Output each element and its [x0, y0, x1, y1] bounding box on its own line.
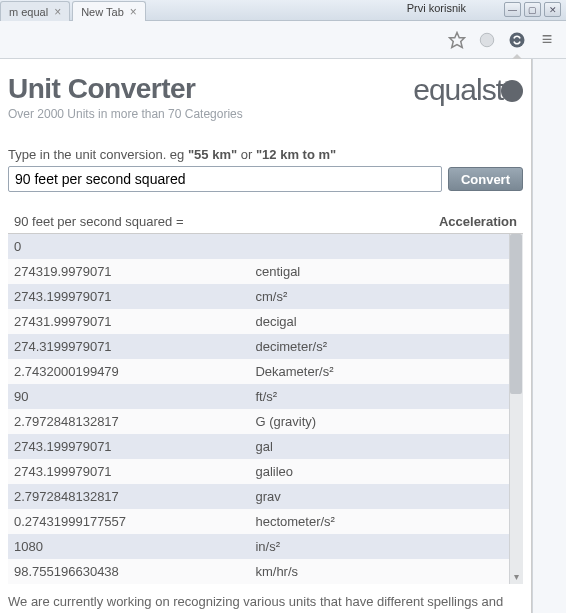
result-row[interactable]: 27431.99979071decigal [8, 309, 523, 334]
result-row[interactable]: 2.7972848132817grav [8, 484, 523, 509]
result-unit [255, 239, 517, 254]
result-row[interactable]: 274.3199979071decimeter/s² [8, 334, 523, 359]
query-echo: 90 feet per second squared = [14, 214, 183, 229]
convert-button[interactable]: Convert [448, 167, 523, 191]
result-row[interactable]: 0.27431999177557hectometer/s² [8, 509, 523, 534]
results-list[interactable]: 0274319.9979071centigal2743.199979071cm/… [8, 234, 523, 584]
result-value: 98.755196630438 [14, 564, 255, 579]
result-value: 2743.199979071 [14, 464, 255, 479]
extension-equalsto-icon[interactable] [506, 29, 528, 51]
result-value: 274319.9979071 [14, 264, 255, 279]
result-value: 274.3199979071 [14, 339, 255, 354]
svg-point-2 [510, 32, 525, 47]
tab-label: m equal [9, 6, 48, 18]
tab-label: New Tab [81, 6, 124, 18]
maximize-button[interactable]: ▢ [524, 2, 541, 17]
result-row[interactable]: 2743.199979071cm/s² [8, 284, 523, 309]
browser-toolbar: ≡ [0, 21, 566, 59]
result-unit: ft/s² [255, 389, 517, 404]
svg-marker-0 [450, 32, 465, 47]
conversion-input[interactable] [8, 166, 442, 192]
equalsto-logo: equalst [413, 73, 523, 107]
result-unit: decigal [255, 314, 517, 329]
page-title: Unit Converter [8, 73, 243, 105]
result-value: 0.27431999177557 [14, 514, 255, 529]
result-unit: km/hr/s [255, 564, 517, 579]
browser-tab[interactable]: New Tab × [72, 1, 146, 21]
result-unit: cm/s² [255, 289, 517, 304]
browser-tab[interactable]: m equal × [0, 1, 70, 21]
svg-point-1 [480, 33, 494, 47]
result-row[interactable]: 0 [8, 234, 523, 259]
result-row[interactable]: 2743.199979071gal [8, 434, 523, 459]
scroll-down-icon[interactable]: ▾ [510, 571, 522, 583]
result-category: Acceleration [439, 214, 517, 229]
result-value: 2.7972848132817 [14, 414, 255, 429]
result-value: 2.7432000199479 [14, 364, 255, 379]
close-button[interactable]: ✕ [544, 2, 561, 17]
result-unit: in/s² [255, 539, 517, 554]
result-value: 0 [14, 239, 255, 254]
extension-globe-icon[interactable] [476, 29, 498, 51]
result-unit: galileo [255, 464, 517, 479]
input-prompt: Type in the unit conversion. eg "55 km" … [8, 147, 523, 162]
result-row[interactable]: 2743.199979071galileo [8, 459, 523, 484]
browser-right-strip [532, 59, 566, 613]
profile-label[interactable]: Prvi korisnik [407, 2, 466, 14]
result-unit: hectometer/s² [255, 514, 517, 529]
scrollbar-track[interactable]: ▾ [509, 234, 523, 584]
result-value: 2743.199979071 [14, 439, 255, 454]
result-row[interactable]: 1080in/s² [8, 534, 523, 559]
result-row[interactable]: 2.7972848132817G (gravity) [8, 409, 523, 434]
results-panel: 90 feet per second squared = Acceleratio… [8, 210, 523, 584]
minimize-button[interactable]: — [504, 2, 521, 17]
result-value: 90 [14, 389, 255, 404]
close-icon[interactable]: × [130, 5, 137, 19]
result-unit: decimeter/s² [255, 339, 517, 354]
result-value: 1080 [14, 539, 255, 554]
result-row[interactable]: 2.7432000199479Dekameter/s² [8, 359, 523, 384]
result-unit: gal [255, 439, 517, 454]
bookmark-star-icon[interactable] [446, 29, 468, 51]
close-icon[interactable]: × [54, 5, 61, 19]
result-row[interactable]: 98.755196630438km/hr/s [8, 559, 523, 584]
result-row[interactable]: 274319.9979071centigal [8, 259, 523, 284]
extension-popup: Unit Converter Over 2000 Units in more t… [0, 59, 532, 613]
result-value: 2.7972848132817 [14, 489, 255, 504]
result-unit: centigal [255, 264, 517, 279]
result-unit: grav [255, 489, 517, 504]
hamburger-menu-icon[interactable]: ≡ [536, 29, 558, 51]
result-unit: Dekameter/s² [255, 364, 517, 379]
footer-note: We are currently working on recognizing … [8, 594, 523, 609]
result-value: 2743.199979071 [14, 289, 255, 304]
result-row[interactable]: 90ft/s² [8, 384, 523, 409]
result-value: 27431.99979071 [14, 314, 255, 329]
scrollbar-thumb[interactable] [510, 234, 522, 394]
result-unit: G (gravity) [255, 414, 517, 429]
browser-tab-strip: m equal × New Tab × Prvi korisnik — ▢ ✕ [0, 0, 566, 21]
page-subtitle: Over 2000 Units in more than 70 Categori… [8, 107, 243, 121]
